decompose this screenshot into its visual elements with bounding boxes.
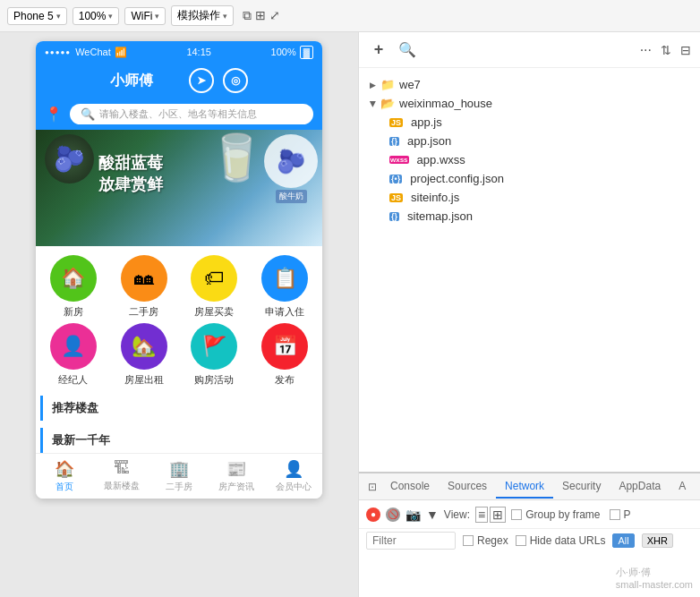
section-latest: 最新一千年 xyxy=(40,428,318,453)
agent-icon: 👤 xyxy=(50,323,97,370)
project-config-icon: {•} xyxy=(389,175,402,183)
file-app-wxss-label: app.wxss xyxy=(417,153,465,166)
banner: 🫐 酸甜蓝莓 放肆赏鲜 🫐 酸牛奶 🥛 xyxy=(36,130,322,246)
preserve-log-checkbox[interactable] xyxy=(610,509,620,520)
header-icons: ➤ ◎ xyxy=(189,68,248,93)
nav-news[interactable]: 📰 房产资讯 xyxy=(208,457,265,495)
icon-grid: 🏠 新房 🏘 二手房 🏷 房屋买卖 📋 申请入住 xyxy=(36,246,322,396)
zoom-selector[interactable]: 100% ▾ xyxy=(73,7,120,25)
siteinfo-js-icon: JS xyxy=(389,193,403,202)
device-selector[interactable]: Phone 5 ▾ xyxy=(7,7,67,25)
app-title: 小师傅 xyxy=(110,72,153,90)
nav-second-hand[interactable]: 🏢 二手房 xyxy=(150,457,208,495)
tab-appdata[interactable]: AppData xyxy=(610,475,670,499)
compass-button[interactable]: ➤ xyxy=(189,68,214,93)
group-by-frame-checkbox[interactable] xyxy=(511,509,522,520)
icon-activity[interactable]: 🚩 购房活动 xyxy=(182,323,248,387)
nav-member[interactable]: 👤 会员中心 xyxy=(265,457,322,495)
folder-weixinmao[interactable]: ▶ 📂 weixinmao_house xyxy=(359,94,700,113)
icon-fullscreen[interactable]: ⤢ xyxy=(269,8,280,23)
icon-apply[interactable]: 📋 申请入住 xyxy=(252,255,318,319)
nav-home[interactable]: 🏠 首页 xyxy=(36,457,93,495)
add-file-button[interactable]: + xyxy=(368,39,389,61)
nav-home-label: 首页 xyxy=(55,481,73,493)
status-left: ●●●●● WeChat 📶 xyxy=(45,47,127,58)
icon-buy-sell[interactable]: 🏷 房屋买卖 xyxy=(182,255,248,319)
all-badge[interactable]: All xyxy=(612,533,634,548)
top-toolbar: Phone 5 ▾ 100% ▾ WiFi ▾ 模拟操作 ▾ ⧉ ⊞ ⤢ xyxy=(0,0,700,32)
devtools-panel-icon[interactable]: ⊡ xyxy=(363,481,381,493)
zoom-arrow: ▾ xyxy=(108,12,113,21)
simulate-selector[interactable]: 模拟操作 ▾ xyxy=(171,5,234,26)
apply-icon: 📋 xyxy=(261,255,308,302)
sitemap-json-icon: {} xyxy=(389,212,399,221)
icon-resize[interactable]: ⧉ xyxy=(243,8,252,23)
publish-label: 发布 xyxy=(275,373,295,387)
file-siteinfo-js[interactable]: JS siteinfo.js xyxy=(359,188,700,207)
file-app-json-label: app.json xyxy=(407,134,451,148)
phone-area: ●●●●● WeChat 📶 14:15 100% ▓ 小师傅 ➤ ◎ xyxy=(0,32,358,597)
icon-second-hand[interactable]: 🏘 二手房 xyxy=(111,255,177,319)
nav-new-estate[interactable]: 🏗 最新楼盘 xyxy=(93,457,150,495)
file-app-json[interactable]: {} app.json xyxy=(359,132,700,150)
battery-pct: 100% xyxy=(271,47,296,57)
network-selector[interactable]: WiFi ▾ xyxy=(124,7,166,25)
list-view-icon[interactable]: ≡ xyxy=(475,507,488,523)
tab-console[interactable]: Console xyxy=(381,475,439,499)
filter-bar: Regex Hide data URLs All XHR xyxy=(359,529,700,552)
activity-label: 购房活动 xyxy=(194,373,234,387)
file-app-wxss[interactable]: wxss app.wxss xyxy=(359,150,700,169)
regex-checkbox[interactable] xyxy=(463,535,474,546)
file-app-js[interactable]: JS app.js xyxy=(359,113,700,132)
view-label: View: xyxy=(444,508,470,521)
clear-button[interactable]: 🚫 xyxy=(386,507,400,522)
nav-second-label: 二手房 xyxy=(166,481,192,493)
record-button[interactable]: ● xyxy=(366,507,380,522)
folder-weixinmao-icon: 📂 xyxy=(380,97,395,110)
collapse-all-button[interactable]: ⊟ xyxy=(680,43,691,57)
folder-we7-icon: 📁 xyxy=(380,78,395,91)
filter-input[interactable] xyxy=(366,532,456,550)
tab-security[interactable]: Security xyxy=(553,475,610,499)
device-arrow: ▾ xyxy=(56,12,61,21)
nav-news-label: 房产资讯 xyxy=(218,481,254,493)
icon-rent[interactable]: 🏡 房屋出租 xyxy=(111,323,177,387)
target-button[interactable]: ◎ xyxy=(223,68,248,93)
wxss-file-icon: wxss xyxy=(389,156,409,164)
agent-label: 经纪人 xyxy=(58,373,88,387)
banner-line2: 放肆赏鲜 xyxy=(98,174,163,195)
file-sitemap-json[interactable]: {} sitemap.json xyxy=(359,207,700,226)
watermark: 小·师·傅 small-master.com xyxy=(616,566,693,590)
devtools-tabs: ⊡ Console Sources Network Security AppDa… xyxy=(359,473,700,500)
grid-view-icon[interactable]: ⊞ xyxy=(490,507,506,523)
search-input[interactable]: 🔍 请输入楼盘、小区、地名等相关信息 xyxy=(70,104,313,124)
split-view-button[interactable]: ⇅ xyxy=(661,43,671,57)
more-options-button[interactable]: ··· xyxy=(640,42,652,58)
activity-icon: 🚩 xyxy=(191,323,237,370)
file-app-js-label: app.js xyxy=(411,115,442,129)
search-file-button[interactable]: 🔍 xyxy=(398,41,416,58)
icon-agent[interactable]: 👤 经纪人 xyxy=(40,323,107,387)
banner-line1: 酸甜蓝莓 xyxy=(98,152,163,174)
filter-icon[interactable]: ▼ xyxy=(426,507,439,522)
buy-sell-icon: 🏷 xyxy=(191,255,237,302)
section-recommend: 推荐楼盘 xyxy=(40,396,318,421)
folder-we7[interactable]: ▶ 📁 we7 xyxy=(359,75,700,94)
banner-tag: 酸牛奶 xyxy=(276,190,307,203)
tab-sources[interactable]: Sources xyxy=(439,475,496,499)
preserve-log-option: P xyxy=(610,508,631,521)
group-by-frame-label: Group by frame xyxy=(525,508,600,521)
hide-data-checkbox[interactable] xyxy=(516,535,526,546)
search-placeholder: 请输入楼盘、小区、地名等相关信息 xyxy=(99,107,257,121)
icon-publish[interactable]: 📅 发布 xyxy=(252,323,318,387)
watermark-text: 小·师·傅 xyxy=(616,566,693,579)
phone-content[interactable]: 🫐 酸甜蓝莓 放肆赏鲜 🫐 酸牛奶 🥛 xyxy=(36,130,322,453)
regex-label: Regex xyxy=(477,534,508,547)
camera-icon[interactable]: 📷 xyxy=(405,507,421,522)
xhr-badge[interactable]: XHR xyxy=(642,533,673,548)
icon-rotate[interactable]: ⊞ xyxy=(255,8,266,23)
tab-network[interactable]: Network xyxy=(496,475,553,499)
tab-a[interactable]: A xyxy=(670,475,695,499)
icon-new-house[interactable]: 🏠 新房 xyxy=(40,255,107,319)
file-project-config[interactable]: {•} project.config.json xyxy=(359,169,700,188)
